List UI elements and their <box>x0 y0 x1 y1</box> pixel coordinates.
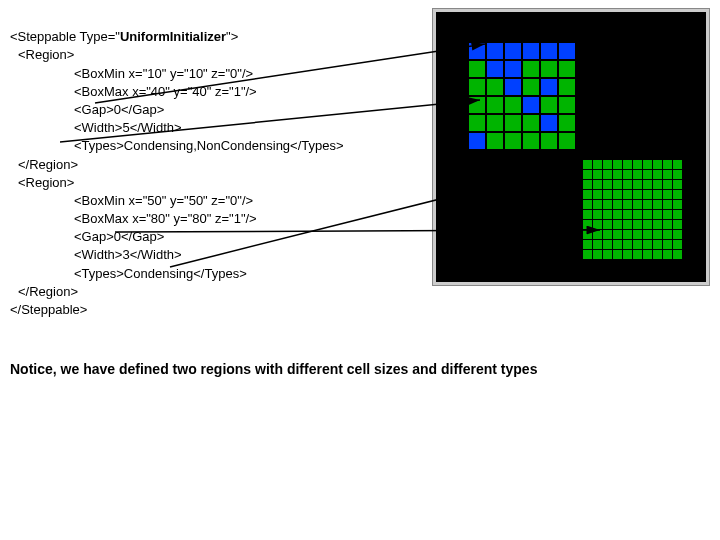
line-6: <Width>5</Width> <box>10 119 182 137</box>
grid-cell <box>633 210 642 219</box>
grid-cell <box>633 200 642 209</box>
grid-cell <box>613 200 622 209</box>
grid-cell <box>643 230 652 239</box>
grid-cell <box>593 240 602 249</box>
grid-cell <box>559 61 575 77</box>
grid-cell <box>487 97 503 113</box>
grid-cell <box>593 180 602 189</box>
grid-cell <box>643 190 652 199</box>
grid-cell <box>541 115 557 131</box>
grid-cell <box>653 250 662 259</box>
grid-cell <box>593 160 602 169</box>
grid-cell <box>583 200 592 209</box>
grid-cell <box>593 190 602 199</box>
grid-cell <box>469 61 485 77</box>
grid-cell <box>663 220 672 229</box>
grid-cell <box>469 79 485 95</box>
grid-cell <box>613 230 622 239</box>
grid-cell <box>653 240 662 249</box>
grid-cell <box>653 160 662 169</box>
grid-cell <box>653 230 662 239</box>
grid-cell <box>603 160 612 169</box>
line-9: <Region> <box>10 174 74 192</box>
grid-cell <box>673 160 682 169</box>
grid-cell <box>653 210 662 219</box>
grid-cell <box>593 250 602 259</box>
simulation-canvas <box>436 12 706 282</box>
grid-cell <box>663 210 672 219</box>
grid-cell <box>593 220 602 229</box>
grid-cell <box>663 240 672 249</box>
grid-cell <box>505 133 521 149</box>
grid-cell <box>673 210 682 219</box>
grid-cell <box>559 79 575 95</box>
grid-cell <box>603 190 612 199</box>
grid-cell <box>623 250 632 259</box>
grid-cell <box>633 220 642 229</box>
grid-cell <box>487 61 503 77</box>
grid-cell <box>653 200 662 209</box>
grid-cell <box>653 220 662 229</box>
grid-cell <box>653 180 662 189</box>
grid-cell <box>673 240 682 249</box>
line-11: <BoxMax x="80" y="80" z="1"/> <box>10 210 257 228</box>
grid-cell <box>583 180 592 189</box>
line-16: </Steppable> <box>10 302 87 317</box>
grid-cell <box>541 97 557 113</box>
grid-cell <box>663 230 672 239</box>
grid-cell <box>613 250 622 259</box>
line-10: <BoxMin x="50" y="50" z="0"/> <box>10 192 253 210</box>
grid-cell <box>673 200 682 209</box>
grid-cell <box>469 115 485 131</box>
grid-cell <box>673 250 682 259</box>
grid-cell <box>673 230 682 239</box>
grid-cell <box>559 115 575 131</box>
grid-cell <box>593 200 602 209</box>
grid-cell <box>673 180 682 189</box>
simulation-preview <box>432 8 710 286</box>
grid-cell <box>505 61 521 77</box>
grid-cell <box>663 200 672 209</box>
grid-cell <box>623 220 632 229</box>
grid-cell <box>643 240 652 249</box>
grid-cell <box>603 250 612 259</box>
grid-cell <box>673 190 682 199</box>
caption-text: Notice, we have defined two regions with… <box>10 361 710 377</box>
grid-cell <box>643 200 652 209</box>
line-15: </Region> <box>10 283 78 301</box>
grid-cell <box>593 230 602 239</box>
grid-cell <box>487 133 503 149</box>
grid-cell <box>613 210 622 219</box>
grid-cell <box>623 160 632 169</box>
grid-cell <box>643 170 652 179</box>
grid-cell <box>541 133 557 149</box>
grid-cell <box>559 133 575 149</box>
grid-cell <box>663 180 672 189</box>
grid-cell <box>593 170 602 179</box>
grid-cell <box>643 220 652 229</box>
grid-cell <box>487 79 503 95</box>
grid-cell <box>583 250 592 259</box>
line-13: <Width>3</Width> <box>10 246 182 264</box>
line-14: <Types>Condensing</Types> <box>10 265 247 283</box>
line-7: <Types>Condensing,NonCondensing</Types> <box>10 137 344 155</box>
grid-cell <box>559 97 575 113</box>
grid-cell <box>603 230 612 239</box>
grid-cell <box>603 180 612 189</box>
grid-cell <box>523 79 539 95</box>
region-grid-a <box>469 43 575 149</box>
grid-cell <box>633 240 642 249</box>
grid-cell <box>541 43 557 59</box>
line-8: </Region> <box>10 156 78 174</box>
grid-cell <box>613 180 622 189</box>
grid-cell <box>653 170 662 179</box>
grid-cell <box>505 43 521 59</box>
grid-cell <box>523 133 539 149</box>
grid-cell <box>603 200 612 209</box>
grid-cell <box>633 250 642 259</box>
grid-cell <box>559 43 575 59</box>
grid-cell <box>505 97 521 113</box>
grid-cell <box>673 220 682 229</box>
line-1: <Steppable Type="UniformInitializer"> <box>10 29 238 44</box>
grid-cell <box>583 220 592 229</box>
